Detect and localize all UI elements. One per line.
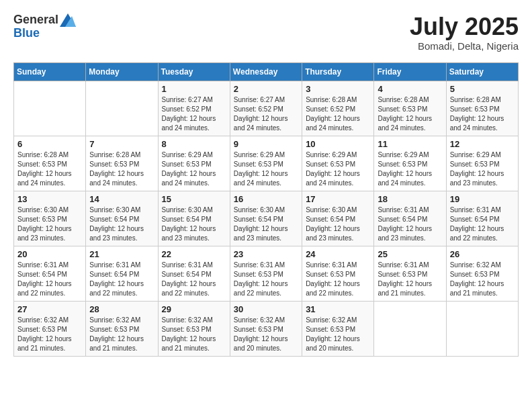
day-number: 29 (162, 304, 226, 314)
calendar-cell: 20Sunrise: 6:31 AM Sunset: 6:54 PM Dayli… (14, 246, 86, 301)
calendar-cell: 17Sunrise: 6:30 AM Sunset: 6:54 PM Dayli… (302, 191, 374, 246)
day-number: 6 (17, 139, 82, 149)
calendar-cell: 10Sunrise: 6:29 AM Sunset: 6:53 PM Dayli… (302, 136, 374, 191)
calendar-week-3: 20Sunrise: 6:31 AM Sunset: 6:54 PM Dayli… (14, 246, 519, 301)
header-tuesday: Tuesday (158, 62, 230, 81)
day-number: 16 (234, 194, 298, 204)
page-header: General Blue July 2025 Bomadi, Delta, Ni… (13, 13, 519, 52)
day-number: 13 (17, 194, 82, 204)
day-info: Sunrise: 6:32 AM Sunset: 6:53 PM Dayligh… (234, 316, 298, 353)
day-info: Sunrise: 6:29 AM Sunset: 6:53 PM Dayligh… (234, 150, 298, 188)
location: Bomadi, Delta, Nigeria (410, 40, 519, 52)
calendar-cell: 3Sunrise: 6:28 AM Sunset: 6:52 PM Daylig… (302, 81, 374, 136)
header-saturday: Saturday (446, 62, 518, 81)
day-info: Sunrise: 6:31 AM Sunset: 6:54 PM Dayligh… (17, 261, 82, 298)
day-info: Sunrise: 6:29 AM Sunset: 6:53 PM Dayligh… (450, 150, 515, 188)
calendar-cell: 16Sunrise: 6:30 AM Sunset: 6:54 PM Dayli… (230, 191, 302, 246)
day-info: Sunrise: 6:28 AM Sunset: 6:53 PM Dayligh… (450, 95, 515, 133)
day-info: Sunrise: 6:32 AM Sunset: 6:53 PM Dayligh… (306, 316, 370, 353)
day-info: Sunrise: 6:29 AM Sunset: 6:53 PM Dayligh… (162, 150, 226, 188)
calendar-cell: 11Sunrise: 6:29 AM Sunset: 6:53 PM Dayli… (374, 136, 446, 191)
day-number: 4 (378, 84, 442, 94)
header-friday: Friday (374, 62, 446, 81)
day-number: 22 (162, 249, 226, 259)
day-info: Sunrise: 6:32 AM Sunset: 6:53 PM Dayligh… (162, 316, 226, 353)
calendar-cell: 2Sunrise: 6:27 AM Sunset: 6:52 PM Daylig… (230, 81, 302, 136)
day-number: 31 (306, 304, 370, 314)
calendar-cell (86, 81, 158, 136)
day-info: Sunrise: 6:28 AM Sunset: 6:53 PM Dayligh… (378, 95, 442, 133)
day-number: 30 (234, 304, 298, 314)
day-info: Sunrise: 6:32 AM Sunset: 6:53 PM Dayligh… (450, 261, 515, 298)
header-wednesday: Wednesday (230, 62, 302, 81)
month-title: July 2025 (410, 13, 519, 40)
day-number: 26 (450, 249, 515, 259)
day-info: Sunrise: 6:28 AM Sunset: 6:52 PM Dayligh… (306, 95, 370, 133)
day-info: Sunrise: 6:28 AM Sunset: 6:53 PM Dayligh… (89, 150, 154, 188)
day-number: 2 (234, 84, 298, 94)
day-number: 23 (234, 249, 298, 259)
calendar-cell: 25Sunrise: 6:31 AM Sunset: 6:53 PM Dayli… (374, 246, 446, 301)
calendar-cell: 29Sunrise: 6:32 AM Sunset: 6:53 PM Dayli… (158, 301, 230, 356)
header-monday: Monday (86, 62, 158, 81)
logo-general-text: General (13, 13, 58, 27)
day-number: 10 (306, 139, 370, 149)
day-number: 20 (17, 249, 82, 259)
header-thursday: Thursday (302, 62, 374, 81)
day-number: 24 (306, 249, 370, 259)
day-number: 1 (162, 84, 226, 94)
day-info: Sunrise: 6:27 AM Sunset: 6:52 PM Dayligh… (162, 95, 226, 133)
calendar-cell: 18Sunrise: 6:31 AM Sunset: 6:54 PM Dayli… (374, 191, 446, 246)
logo-blue-text: Blue (13, 27, 76, 40)
day-number: 3 (306, 84, 370, 94)
day-number: 14 (89, 194, 154, 204)
title-block: July 2025 Bomadi, Delta, Nigeria (410, 13, 519, 52)
day-number: 17 (306, 194, 370, 204)
calendar-cell (374, 301, 446, 356)
day-info: Sunrise: 6:27 AM Sunset: 6:52 PM Dayligh… (234, 95, 298, 133)
header-sunday: Sunday (14, 62, 86, 81)
calendar-cell: 15Sunrise: 6:30 AM Sunset: 6:54 PM Dayli… (158, 191, 230, 246)
day-info: Sunrise: 6:31 AM Sunset: 6:54 PM Dayligh… (162, 261, 226, 298)
calendar-cell: 6Sunrise: 6:28 AM Sunset: 6:53 PM Daylig… (14, 136, 86, 191)
day-info: Sunrise: 6:32 AM Sunset: 6:53 PM Dayligh… (17, 316, 82, 353)
calendar-cell: 13Sunrise: 6:30 AM Sunset: 6:53 PM Dayli… (14, 191, 86, 246)
day-info: Sunrise: 6:32 AM Sunset: 6:53 PM Dayligh… (89, 316, 154, 353)
day-number: 21 (89, 249, 154, 259)
day-info: Sunrise: 6:31 AM Sunset: 6:53 PM Dayligh… (378, 261, 442, 298)
day-info: Sunrise: 6:30 AM Sunset: 6:54 PM Dayligh… (234, 205, 298, 243)
calendar-cell: 9Sunrise: 6:29 AM Sunset: 6:53 PM Daylig… (230, 136, 302, 191)
calendar-cell: 14Sunrise: 6:30 AM Sunset: 6:54 PM Dayli… (86, 191, 158, 246)
calendar-cell: 7Sunrise: 6:28 AM Sunset: 6:53 PM Daylig… (86, 136, 158, 191)
calendar-week-4: 27Sunrise: 6:32 AM Sunset: 6:53 PM Dayli… (14, 301, 519, 356)
day-info: Sunrise: 6:31 AM Sunset: 6:53 PM Dayligh… (306, 261, 370, 298)
calendar-table: SundayMondayTuesdayWednesdayThursdayFrid… (13, 62, 519, 357)
calendar-cell: 4Sunrise: 6:28 AM Sunset: 6:53 PM Daylig… (374, 81, 446, 136)
day-number: 18 (378, 194, 442, 204)
logo: General Blue (13, 13, 76, 40)
calendar-header-row: SundayMondayTuesdayWednesdayThursdayFrid… (14, 62, 519, 81)
calendar-cell: 23Sunrise: 6:31 AM Sunset: 6:53 PM Dayli… (230, 246, 302, 301)
day-info: Sunrise: 6:30 AM Sunset: 6:54 PM Dayligh… (306, 205, 370, 243)
calendar-cell (14, 81, 86, 136)
calendar-week-2: 13Sunrise: 6:30 AM Sunset: 6:53 PM Dayli… (14, 191, 519, 246)
day-number: 15 (162, 194, 226, 204)
day-info: Sunrise: 6:28 AM Sunset: 6:53 PM Dayligh… (17, 150, 82, 188)
calendar-cell: 31Sunrise: 6:32 AM Sunset: 6:53 PM Dayli… (302, 301, 374, 356)
day-number: 5 (450, 84, 515, 94)
day-info: Sunrise: 6:31 AM Sunset: 6:54 PM Dayligh… (450, 205, 515, 243)
calendar-cell (446, 301, 518, 356)
calendar-cell: 28Sunrise: 6:32 AM Sunset: 6:53 PM Dayli… (86, 301, 158, 356)
calendar-week-0: 1Sunrise: 6:27 AM Sunset: 6:52 PM Daylig… (14, 81, 519, 136)
day-number: 7 (89, 139, 154, 149)
day-number: 11 (378, 139, 442, 149)
calendar-cell: 22Sunrise: 6:31 AM Sunset: 6:54 PM Dayli… (158, 246, 230, 301)
calendar-body: 1Sunrise: 6:27 AM Sunset: 6:52 PM Daylig… (14, 81, 519, 356)
day-info: Sunrise: 6:29 AM Sunset: 6:53 PM Dayligh… (378, 150, 442, 188)
calendar-cell: 19Sunrise: 6:31 AM Sunset: 6:54 PM Dayli… (446, 191, 518, 246)
calendar-cell: 26Sunrise: 6:32 AM Sunset: 6:53 PM Dayli… (446, 246, 518, 301)
day-info: Sunrise: 6:30 AM Sunset: 6:53 PM Dayligh… (17, 205, 82, 243)
calendar-cell: 5Sunrise: 6:28 AM Sunset: 6:53 PM Daylig… (446, 81, 518, 136)
day-info: Sunrise: 6:31 AM Sunset: 6:53 PM Dayligh… (234, 261, 298, 298)
day-info: Sunrise: 6:30 AM Sunset: 6:54 PM Dayligh… (89, 205, 154, 243)
